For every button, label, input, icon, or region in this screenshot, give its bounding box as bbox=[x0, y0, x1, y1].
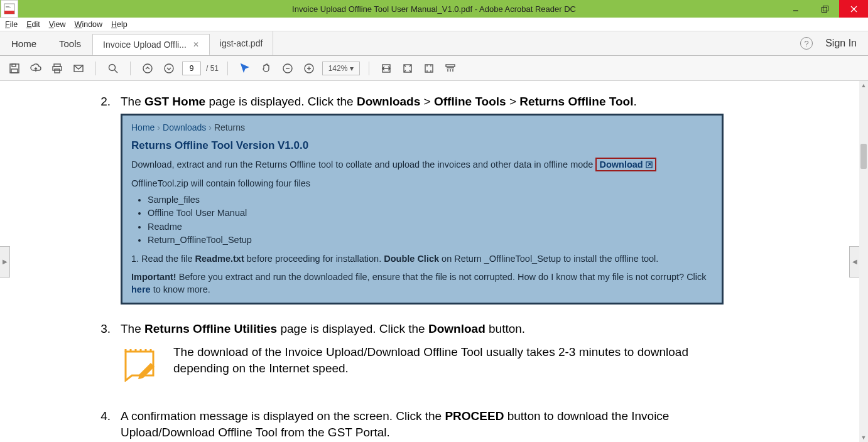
document-viewport[interactable]: 2. The GST Home page is displayed. Click… bbox=[10, 81, 849, 442]
hand-tool-icon[interactable] bbox=[258, 60, 274, 77]
separator bbox=[227, 62, 228, 75]
note-text: The download of the Invoice Upload/Downl… bbox=[173, 344, 724, 382]
help-icon[interactable]: ? bbox=[800, 37, 813, 50]
tools-button[interactable]: Tools bbox=[48, 31, 92, 55]
vertical-scrollbar[interactable]: ▲ ▼ bbox=[859, 81, 868, 442]
svg-rect-6 bbox=[11, 69, 18, 73]
bold-text: Returns Offline Tool bbox=[519, 95, 633, 108]
step-number: 4. bbox=[98, 408, 121, 440]
zoom-out-icon[interactable] bbox=[279, 60, 296, 77]
svg-rect-8 bbox=[53, 67, 62, 70]
separator bbox=[369, 62, 369, 75]
here-link: here bbox=[131, 284, 151, 294]
search-icon[interactable] bbox=[105, 60, 121, 77]
titlebar: Invoice Upload Offline Tool User Manual_… bbox=[0, 0, 868, 18]
text: . bbox=[634, 95, 637, 108]
step-4: 4. A confirmation message is displayed o… bbox=[98, 408, 724, 440]
list-item: Offline Tool User Manual bbox=[148, 207, 713, 220]
svg-rect-19 bbox=[446, 65, 455, 67]
list-item: Return_OfflineTool_Setup bbox=[148, 234, 713, 247]
note-icon bbox=[121, 344, 158, 382]
page-total: / 51 bbox=[206, 64, 219, 73]
fit-width-icon[interactable] bbox=[378, 60, 394, 77]
crumb-home: Home bbox=[131, 122, 155, 132]
panel-instruction-1: 1. Read the file Readme.txt before proce… bbox=[131, 253, 713, 266]
step-number: 2. bbox=[98, 94, 121, 305]
text: A confirmation message is displayed on t… bbox=[121, 409, 445, 423]
cloud-upload-icon[interactable] bbox=[28, 60, 44, 77]
menu-view[interactable]: View bbox=[49, 20, 66, 29]
separator bbox=[130, 62, 131, 75]
bold-text: PROCEED bbox=[445, 409, 504, 423]
text: page is displayed. Click the bbox=[205, 95, 357, 108]
doc-tabs: Home Tools Invoice Upload Offli... ✕ igs… bbox=[0, 31, 868, 56]
home-button[interactable]: Home bbox=[0, 31, 48, 55]
window-title: Invoice Upload Offline Tool User Manual_… bbox=[0, 4, 868, 14]
menu-file[interactable]: File bbox=[5, 20, 18, 29]
svg-rect-18 bbox=[425, 65, 433, 72]
note-row: The download of the Invoice Upload/Downl… bbox=[121, 344, 724, 382]
page-number-input[interactable] bbox=[182, 62, 201, 75]
menu-window[interactable]: Window bbox=[75, 20, 102, 29]
text: The bbox=[121, 95, 144, 108]
scroll-up-icon[interactable]: ▲ bbox=[859, 81, 868, 90]
tab-other-doc[interactable]: igst-act.pdf bbox=[210, 31, 273, 55]
page-up-icon[interactable] bbox=[139, 60, 156, 77]
panel-title: Returns Offline Tool Version V1.0.0 bbox=[131, 139, 713, 153]
panel-important: Important! Before you extract and run th… bbox=[131, 271, 713, 296]
text: button. bbox=[486, 322, 525, 335]
menubar: File Edit View Window Help bbox=[0, 18, 868, 31]
select-tool-icon[interactable] bbox=[237, 60, 253, 77]
svg-point-12 bbox=[143, 64, 152, 73]
bold-text: GST Home bbox=[144, 95, 205, 108]
page-down-icon[interactable] bbox=[161, 60, 177, 77]
text: The bbox=[121, 322, 144, 335]
svg-rect-9 bbox=[55, 69, 60, 73]
tab-other-label: igst-act.pdf bbox=[220, 38, 263, 48]
crumb-returns: Returns bbox=[214, 122, 245, 132]
read-mode-icon[interactable] bbox=[442, 60, 458, 77]
tab-active-doc[interactable]: Invoice Upload Offli... ✕ bbox=[92, 34, 210, 55]
svg-point-13 bbox=[165, 64, 173, 73]
breadcrumb: Home›Downloads›Returns bbox=[131, 122, 713, 134]
zoom-in-icon[interactable] bbox=[301, 60, 317, 77]
save-icon[interactable] bbox=[6, 60, 23, 77]
scroll-down-icon[interactable]: ▼ bbox=[859, 433, 868, 442]
step-3: 3. The Returns Offline Utilities page is… bbox=[98, 321, 724, 400]
panel-zipline: OfflineTool.zip will contain following f… bbox=[131, 178, 713, 190]
text: > bbox=[506, 95, 520, 108]
menu-help[interactable]: Help bbox=[111, 20, 127, 29]
print-icon[interactable] bbox=[49, 60, 65, 77]
bold-text: Returns Offline Utilities bbox=[144, 322, 277, 335]
menu-edit[interactable]: Edit bbox=[26, 20, 40, 29]
chevron-down-icon: ▾ bbox=[350, 64, 354, 73]
fullscreen-icon[interactable] bbox=[421, 60, 437, 77]
zoom-value: 142% bbox=[328, 64, 348, 73]
crumb-downloads: Downloads bbox=[163, 122, 206, 132]
bold-text: Downloads bbox=[357, 95, 420, 108]
close-tab-icon[interactable]: ✕ bbox=[193, 40, 199, 49]
svg-point-11 bbox=[109, 64, 116, 70]
right-panel-handle[interactable]: ◀ bbox=[849, 246, 859, 278]
text: page is displayed. Click the bbox=[277, 322, 428, 335]
download-link-highlight: Download bbox=[595, 158, 656, 171]
bold-text: Download bbox=[428, 322, 486, 335]
step-2: 2. The GST Home page is displayed. Click… bbox=[98, 94, 724, 305]
left-panel-handle[interactable]: ▶ bbox=[0, 246, 10, 278]
tab-active-label: Invoice Upload Offli... bbox=[103, 40, 187, 50]
content-area: ▶ ◀ ▲ ▼ 2. The GST Home page is displaye… bbox=[0, 81, 868, 442]
sign-in-button[interactable]: Sign In bbox=[825, 38, 857, 49]
fit-page-icon[interactable] bbox=[399, 60, 416, 77]
mail-icon[interactable] bbox=[70, 60, 87, 77]
scroll-thumb[interactable] bbox=[860, 144, 867, 169]
separator bbox=[95, 62, 96, 75]
list-item: Readme bbox=[148, 221, 713, 234]
zip-contents-list: Sample_files Offline Tool User Manual Re… bbox=[148, 194, 713, 247]
text: > bbox=[420, 95, 434, 108]
embedded-screenshot-panel: Home›Downloads›Returns Returns Offline T… bbox=[121, 114, 724, 305]
bold-text: Offline Tools bbox=[434, 95, 506, 108]
panel-intro: Download, extract and run the Returns Of… bbox=[131, 159, 593, 170]
step-number: 3. bbox=[98, 321, 121, 400]
zoom-value-dropdown[interactable]: 142%▾ bbox=[322, 62, 360, 75]
toolbar: / 51 142%▾ bbox=[0, 56, 868, 81]
